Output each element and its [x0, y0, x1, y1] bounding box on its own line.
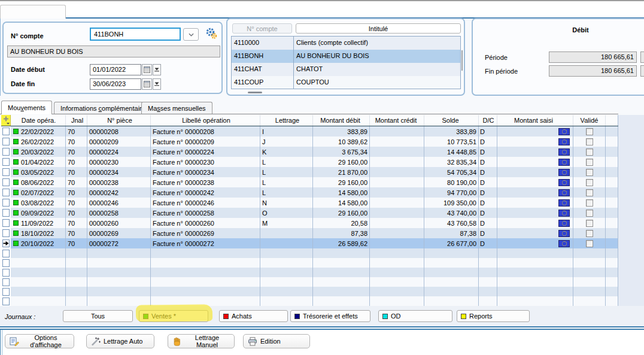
table-row[interactable]: 03/08/2022 70 00000246 Facture n° 000002…: [1, 198, 618, 208]
valide-checkbox[interactable]: [586, 199, 593, 207]
row-selector-cell[interactable]: [1, 198, 11, 208]
valide-checkbox[interactable]: [586, 148, 593, 156]
solde-cell: 10 773,51: [424, 136, 479, 147]
row-selector-cell[interactable]: [1, 126, 11, 136]
montant-saisi-cell: [497, 218, 573, 228]
table-row[interactable]: 26/02/2022 70 00000209 Facture n° 000002…: [1, 136, 618, 147]
row-selector-cell[interactable]: [1, 228, 11, 238]
row-selector-cell[interactable]: [1, 167, 11, 177]
horizontal-scrollbar-thumb[interactable]: [248, 92, 262, 93]
euro-currency-button[interactable]: [558, 240, 570, 247]
date-fin-input[interactable]: 30/06/2023: [90, 78, 141, 90]
valide-checkbox[interactable]: [586, 210, 593, 217]
tab-mouvements[interactable]: Mouvements: [1, 101, 52, 114]
date-debut-arrow-button[interactable]: [153, 64, 161, 75]
table-row[interactable]: 08/06/2022 70 00000238 Facture n° 000002…: [1, 177, 618, 187]
valide-checkbox[interactable]: [586, 159, 593, 166]
euro-currency-button[interactable]: [558, 179, 570, 186]
euro-currency-button[interactable]: [558, 210, 570, 217]
date-fin-calendar-button[interactable]: [142, 78, 152, 90]
table-row[interactable]: 20/03/2022 70 00000224 Facture n° 000002…: [1, 147, 618, 157]
table-row[interactable]: 18/10/2022 70 00000269 Facture n° 000002…: [1, 228, 618, 238]
date-debut-input[interactable]: 01/01/2022: [90, 64, 141, 75]
top-unlabeled-tab[interactable]: [0, 5, 66, 19]
row-selector-cell[interactable]: [1, 177, 11, 187]
euro-currency-button[interactable]: [558, 159, 570, 166]
row-selector-cell[interactable]: [1, 208, 11, 218]
montant-debit-cell: 87,38: [313, 228, 370, 238]
compte-dropdown-button[interactable]: [183, 28, 199, 41]
lookup-col-intitule-button[interactable]: Intitulé: [296, 23, 461, 34]
col-header-montant-debit[interactable]: Montant débit: [313, 115, 370, 126]
valide-checkbox[interactable]: [586, 189, 593, 196]
vertical-scrollbar-thumb[interactable]: [461, 50, 463, 71]
euro-currency-button[interactable]: [558, 230, 570, 237]
tab-masses-mensuelles[interactable]: Masses mensuelles: [141, 102, 212, 114]
table-row[interactable]: 22/02/2022 70 00000208 Facture n° 000002…: [1, 126, 618, 136]
row-selector-cell[interactable]: [1, 218, 11, 228]
table-row[interactable]: 03/05/2022 70 00000234 Facture n° 000002…: [1, 167, 618, 177]
date-fin-arrow-button[interactable]: [153, 78, 161, 90]
valide-checkbox[interactable]: [586, 230, 593, 237]
compte-label: N° compte: [11, 32, 44, 40]
valide-checkbox[interactable]: [586, 169, 593, 176]
row-selector-cell[interactable]: [1, 136, 11, 147]
journal-filter-button[interactable]: Ventes *: [139, 310, 208, 322]
compte-input[interactable]: 411BONH: [90, 28, 181, 41]
table-row[interactable]: 01/04/2022 70 00000230 Facture n° 000002…: [1, 157, 618, 167]
lettrage-manuel-button[interactable]: Lettrage Manuel: [168, 334, 235, 348]
journal-filter-button[interactable]: OD: [378, 310, 452, 322]
col-header-piece[interactable]: N° pièce: [87, 115, 151, 126]
col-header-solde[interactable]: Solde: [424, 115, 479, 126]
euro-currency-button[interactable]: [558, 138, 570, 145]
euro-currency-button[interactable]: [558, 220, 570, 227]
valide-checkbox[interactable]: [586, 220, 593, 227]
lettrage-auto-button[interactable]: Lettrage Auto: [86, 334, 154, 348]
lookup-row[interactable]: 411CHAT CHATOT: [232, 63, 460, 76]
valide-checkbox[interactable]: [586, 179, 593, 186]
journal-filter-button[interactable]: Achats: [219, 310, 288, 322]
euro-currency-button[interactable]: [558, 199, 570, 207]
col-header-dc[interactable]: D/C: [479, 115, 497, 126]
date-debut-calendar-button[interactable]: [142, 64, 152, 75]
row-selector-cell[interactable]: [1, 238, 11, 248]
col-header-valide[interactable]: Validé: [573, 115, 606, 126]
valide-checkbox[interactable]: [586, 128, 593, 135]
journal-filter-button[interactable]: Reports: [457, 310, 530, 322]
col-header-montant-saisi[interactable]: Montant saisi: [497, 115, 573, 126]
col-header-jnal[interactable]: Jnal: [66, 115, 87, 126]
montant-debit-cell: 21 870,00: [313, 167, 370, 177]
lookup-row[interactable]: 4110000 Clients (compte collectif): [232, 37, 460, 50]
account-settings-button[interactable]: [205, 27, 218, 41]
piece-cell: 00000272: [87, 238, 151, 248]
grid-corner-add-button[interactable]: [1, 115, 11, 126]
libelle-cell: Facture n° 00000272: [151, 238, 260, 248]
table-row[interactable]: 20/10/2022 70 00000272 Facture n° 000002…: [1, 238, 618, 248]
lookup-row[interactable]: 411BONH AU BONHEUR DU BOIS: [232, 50, 460, 63]
row-selector-cell[interactable]: [1, 187, 11, 198]
lookup-col-compte-button[interactable]: N° compte: [232, 23, 292, 34]
journal-filter-tous-button[interactable]: Tous: [63, 310, 133, 322]
col-header-montant-credit[interactable]: Montant crédit: [370, 115, 424, 126]
row-selector-cell[interactable]: [1, 157, 11, 167]
edition-button[interactable]: Edition: [243, 334, 310, 348]
solde-cell: 54 705,34: [424, 167, 479, 177]
table-row[interactable]: 02/07/2022 70 00000242 Facture n° 000002…: [1, 187, 618, 198]
tab-informations-complementaires[interactable]: Informations complémentaires: [54, 102, 155, 114]
valide-checkbox[interactable]: [586, 138, 593, 145]
euro-currency-button[interactable]: [558, 148, 570, 156]
row-selector-cell[interactable]: [1, 147, 11, 157]
euro-currency-button[interactable]: [558, 169, 570, 176]
table-row[interactable]: 11/09/2022 70 00000260 Facture n° 000002…: [1, 218, 618, 228]
valide-cell: [573, 187, 606, 198]
options-affichage-button[interactable]: Options d'affichage: [5, 334, 74, 348]
valide-checkbox[interactable]: [586, 240, 593, 247]
lookup-row[interactable]: 411COUP COUPTOU: [232, 76, 460, 89]
euro-currency-button[interactable]: [558, 189, 570, 196]
table-row[interactable]: 09/09/2022 70 00000258 Facture n° 000002…: [1, 208, 618, 218]
col-header-lettrage[interactable]: Lettrage: [260, 115, 313, 126]
journal-filter-button[interactable]: Trésorerie et effets: [290, 310, 370, 322]
col-header-date[interactable]: Date opéra.: [11, 115, 66, 126]
col-header-libelle[interactable]: Libellé opération: [151, 115, 260, 126]
euro-currency-button[interactable]: [558, 128, 570, 135]
